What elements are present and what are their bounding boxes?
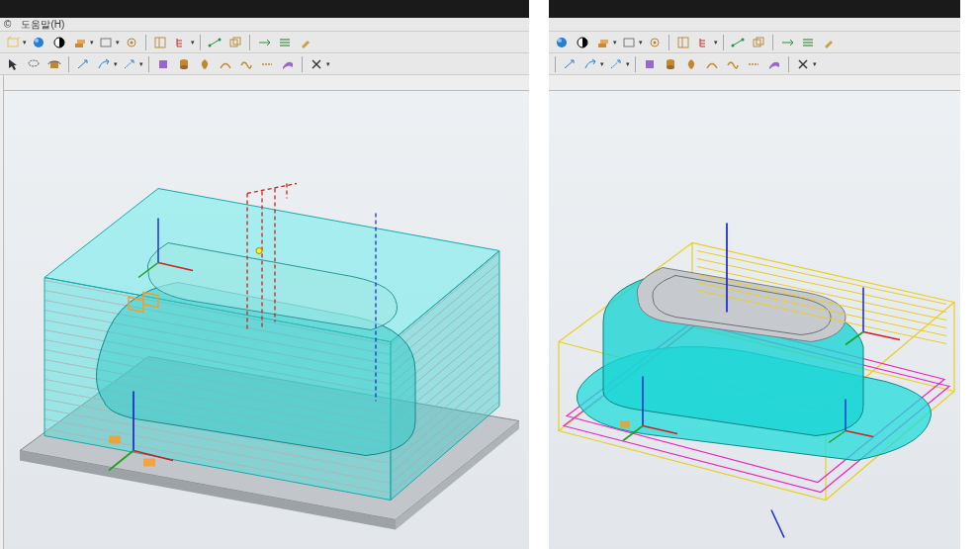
tool-half-icon[interactable] bbox=[50, 34, 68, 51]
tool-stack-icon[interactable] bbox=[71, 34, 89, 51]
dropdown-icon[interactable]: ▾ bbox=[714, 39, 718, 46]
tool-clip-icon[interactable] bbox=[674, 34, 692, 51]
svg-rect-66 bbox=[646, 60, 654, 68]
separator bbox=[249, 35, 250, 50]
tool-x-icon[interactable] bbox=[308, 55, 325, 73]
svg-point-52 bbox=[654, 41, 657, 44]
svg-point-4 bbox=[35, 39, 39, 43]
tool-ptr-icon[interactable] bbox=[4, 55, 22, 73]
viewport-right[interactable] bbox=[549, 75, 960, 549]
tool-sphere-icon[interactable] bbox=[553, 34, 571, 51]
svg-rect-11 bbox=[155, 38, 165, 47]
tool-lines-icon[interactable] bbox=[276, 34, 294, 51]
tool-lathe-icon[interactable] bbox=[682, 55, 700, 73]
tool-sweep-icon[interactable] bbox=[279, 55, 297, 73]
separator bbox=[200, 35, 201, 50]
svg-point-45 bbox=[557, 38, 567, 47]
tool-dash-icon[interactable] bbox=[745, 55, 762, 73]
tool-dim-icon[interactable] bbox=[729, 34, 747, 51]
svg-line-55 bbox=[733, 40, 743, 46]
tool-cyl-icon[interactable] bbox=[175, 55, 193, 73]
svg-point-10 bbox=[131, 41, 134, 44]
3d-scene-left[interactable] bbox=[0, 75, 529, 549]
tool-gear-icon[interactable] bbox=[123, 34, 140, 51]
tool-curve-icon[interactable] bbox=[703, 55, 721, 73]
axis-stray bbox=[771, 510, 784, 538]
dropdown-icon[interactable]: ▾ bbox=[191, 39, 195, 46]
dropdown-icon[interactable]: ▾ bbox=[139, 60, 143, 68]
tool-brush-icon[interactable] bbox=[297, 34, 314, 51]
menu-help[interactable]: 도움말(H) bbox=[21, 18, 64, 32]
tool-arrowdash-icon[interactable] bbox=[607, 55, 625, 73]
dropdown-icon[interactable]: ▾ bbox=[613, 39, 617, 46]
svg-rect-41 bbox=[143, 459, 155, 467]
tool-rect-icon[interactable] bbox=[97, 34, 115, 51]
menubar-left: © 도움말(H) bbox=[0, 18, 529, 32]
tool-gear-icon[interactable] bbox=[646, 34, 664, 51]
dropdown-icon[interactable]: ▾ bbox=[114, 60, 118, 68]
toolbar-row1-right: ▾ ▾ ▾ bbox=[549, 32, 960, 53]
svg-point-69 bbox=[667, 65, 674, 69]
dropdown-icon[interactable]: ▾ bbox=[116, 39, 120, 46]
dropdown-icon[interactable]: ▾ bbox=[639, 39, 643, 46]
tool-boxtool-icon[interactable] bbox=[154, 55, 172, 73]
separator bbox=[668, 35, 669, 50]
dropdown-icon[interactable]: ▾ bbox=[813, 60, 817, 68]
tool-box-icon[interactable] bbox=[4, 34, 22, 51]
tool-sphere-icon[interactable] bbox=[30, 34, 47, 51]
tool-lathe-icon[interactable] bbox=[196, 55, 214, 73]
tool-sweep-icon[interactable] bbox=[765, 55, 783, 73]
dropdown-icon[interactable]: ▾ bbox=[626, 60, 630, 68]
tool-x-icon[interactable] bbox=[794, 55, 812, 73]
tool-align-icon[interactable] bbox=[778, 34, 796, 51]
dropdown-icon[interactable]: ▾ bbox=[326, 60, 330, 68]
svg-line-24 bbox=[78, 60, 87, 68]
window-titlebar-right[interactable] bbox=[549, 0, 960, 18]
tool-tree-icon[interactable] bbox=[172, 34, 190, 51]
tool-curve2-icon[interactable] bbox=[724, 55, 742, 73]
tool-boxtool-icon[interactable] bbox=[641, 55, 659, 73]
tool-align-icon[interactable] bbox=[255, 34, 273, 51]
separator bbox=[302, 56, 303, 72]
tool-half-icon[interactable] bbox=[574, 34, 591, 51]
svg-rect-53 bbox=[678, 38, 688, 47]
tool-arrow-icon[interactable] bbox=[561, 55, 579, 73]
3d-scene-right[interactable] bbox=[549, 75, 960, 549]
separator bbox=[145, 35, 146, 50]
separator bbox=[788, 56, 789, 72]
left-window: © 도움말(H) ▾ ▾ ▾ ▾ ▾ ▾ bbox=[0, 0, 549, 549]
tool-curve2-icon[interactable] bbox=[237, 55, 255, 73]
separator bbox=[635, 56, 636, 72]
tool-dim-icon[interactable] bbox=[206, 34, 223, 51]
separator bbox=[555, 56, 556, 72]
tool-dup-icon[interactable] bbox=[226, 34, 244, 51]
tool-tree-icon[interactable] bbox=[695, 34, 713, 51]
tool-arrowpath-icon[interactable] bbox=[581, 55, 599, 73]
dropdown-icon[interactable]: ▾ bbox=[600, 60, 604, 68]
svg-rect-48 bbox=[598, 44, 606, 47]
window-titlebar-left[interactable] bbox=[0, 0, 529, 18]
tool-dash-icon[interactable] bbox=[258, 55, 276, 73]
svg-rect-40 bbox=[109, 436, 121, 444]
svg-point-22 bbox=[29, 60, 39, 66]
tool-arrowpath-icon[interactable] bbox=[95, 55, 113, 73]
tool-rect-icon[interactable] bbox=[620, 34, 638, 51]
tool-arrowdash-icon[interactable] bbox=[121, 55, 138, 73]
separator bbox=[772, 35, 773, 50]
tool-rotcube-icon[interactable] bbox=[45, 55, 63, 73]
dropdown-icon[interactable]: ▾ bbox=[23, 39, 27, 46]
tool-curve-icon[interactable] bbox=[217, 55, 234, 73]
tool-arrow-icon[interactable] bbox=[74, 55, 92, 73]
tool-cyl-icon[interactable] bbox=[662, 55, 679, 73]
tool-lines-icon[interactable] bbox=[799, 34, 817, 51]
menu-hint[interactable]: © bbox=[4, 19, 11, 30]
svg-line-64 bbox=[565, 60, 574, 68]
origin-marker bbox=[256, 248, 262, 254]
tool-clip-icon[interactable] bbox=[151, 34, 169, 51]
tool-lasso-icon[interactable] bbox=[25, 55, 43, 73]
tool-stack-icon[interactable] bbox=[594, 34, 612, 51]
tool-dup-icon[interactable] bbox=[750, 34, 767, 51]
viewport-left[interactable] bbox=[0, 75, 529, 549]
tool-brush-icon[interactable] bbox=[820, 34, 838, 51]
dropdown-icon[interactable]: ▾ bbox=[90, 39, 94, 46]
